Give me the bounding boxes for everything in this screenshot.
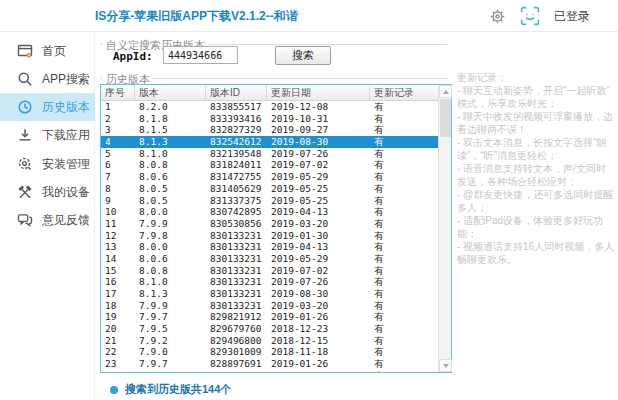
sidebar-item-feedback[interactable]: 意见反馈: [0, 206, 95, 234]
cell: 22: [101, 346, 135, 358]
cell: 2019-08-30: [267, 288, 370, 300]
cell: 2019-03-20: [267, 218, 370, 230]
cell: 8.1.5: [135, 124, 206, 136]
triangle-up-icon: [443, 90, 449, 94]
table-row[interactable]: 98.0.58313373752019-05-25有: [101, 195, 451, 207]
table-row[interactable]: 108.0.08307428952019-04-13有: [101, 206, 451, 218]
table-row[interactable]: 217.9.28294968002018-12-15有: [101, 335, 451, 347]
cell: 2019-07-02: [267, 265, 370, 277]
cell: 8.1.0: [135, 148, 206, 160]
sidebar-item-label: APP搜索: [42, 71, 90, 88]
cell: 4: [101, 136, 135, 148]
cell: 8.1.3: [135, 288, 206, 300]
table-row[interactable]: 138.0.08301332312019-04-13有: [101, 241, 451, 253]
sidebar-item-label: 意见反馈: [42, 212, 90, 229]
column-header-version-id[interactable]: 版本ID: [206, 85, 267, 100]
login-status: 已登录: [554, 8, 590, 25]
table-row[interactable]: 168.1.08301332312019-07-26有: [101, 276, 451, 288]
cell: 831472755: [206, 171, 267, 183]
cell: 18: [101, 300, 135, 312]
cell: 8.1.8: [135, 113, 206, 125]
cell: 832542612: [206, 136, 267, 148]
home-window-icon: [17, 43, 33, 59]
sidebar-item-app-search[interactable]: APP搜索: [0, 65, 95, 93]
cell: 830133231: [206, 253, 267, 265]
table-row[interactable]: 48.1.38325426122019-08-30有: [101, 136, 451, 148]
sidebar: 首页 APP搜索 历史版本 下载应用: [0, 32, 95, 400]
sidebar-item-label: 下载应用: [42, 127, 90, 144]
update-note-line: - 视频通话支持16人同时视频，多人畅聊更欢乐。: [457, 240, 615, 266]
cell: 2019-01-26: [267, 311, 370, 323]
qr-scan-login-icon[interactable]: [520, 6, 540, 26]
table-row[interactable]: 117.9.98305308562019-03-20有: [101, 218, 451, 230]
table-row[interactable]: 28.1.88333934162019-10-31有: [101, 113, 451, 125]
table-row[interactable]: 58.1.08321395482019-07-26有: [101, 148, 451, 160]
cell: 11: [101, 218, 135, 230]
cell: 8.2.0: [135, 101, 206, 113]
appid-label: AppId:: [113, 50, 153, 63]
cell: 830133231: [206, 288, 267, 300]
cell: 828897691: [206, 358, 267, 370]
column-header-index[interactable]: 序号: [101, 85, 135, 100]
sidebar-item-history-versions[interactable]: 历史版本: [0, 93, 95, 121]
table-row[interactable]: 127.9.88301332312019-01-30有: [101, 230, 451, 242]
feedback-icon: [17, 212, 33, 228]
table-row[interactable]: 207.9.58296797602018-12-23有: [101, 323, 451, 335]
cell: 7.9.0: [135, 346, 206, 358]
update-note-line: - 双击文本消息，长按文字选择“朗读”，“听”消息更轻松；: [457, 136, 615, 162]
cell: 9: [101, 195, 135, 207]
cell: 829821912: [206, 311, 267, 323]
scroll-up-button[interactable]: [439, 85, 452, 98]
app-window: IS分享-苹果旧版APP下载V2.1.2--和谐 已: [0, 0, 618, 400]
cell: 7: [101, 171, 135, 183]
table-row[interactable]: 187.9.98301332312019-03-20有: [101, 300, 451, 312]
sidebar-item-download-apps[interactable]: 下载应用: [0, 121, 95, 149]
table-row[interactable]: 197.9.78298219122019-01-26有: [101, 311, 451, 323]
cell: 8.0.5: [135, 195, 206, 207]
table-row[interactable]: 78.0.68314727552019-05-29有: [101, 171, 451, 183]
appid-input[interactable]: [163, 46, 238, 64]
cell: 7.9.9: [135, 218, 206, 230]
table-scrollbar[interactable]: [438, 85, 451, 372]
search-button[interactable]: 搜索: [275, 46, 331, 65]
table-row[interactable]: 158.0.88301332312019-07-02有: [101, 265, 451, 277]
column-header-update-date[interactable]: 更新日期: [267, 85, 370, 100]
download-icon: [17, 127, 33, 143]
settings-gear-icon[interactable]: [488, 7, 506, 25]
app-title: IS分享-苹果旧版APP下载V2.1.2--和谐: [95, 0, 298, 32]
sidebar-item-label: 安装管理: [42, 156, 90, 173]
cell: 8.0.6: [135, 253, 206, 265]
cell: 2019-05-29: [267, 253, 370, 265]
cell: 8.0.0: [135, 206, 206, 218]
status-result-count: 搜索到历史版共144个: [125, 382, 231, 397]
scrollbar-thumb[interactable]: [440, 99, 451, 137]
scroll-down-button[interactable]: [439, 359, 452, 372]
status-dot-icon: [110, 386, 118, 394]
table-row[interactable]: 178.1.38301332312019-08-30有: [101, 288, 451, 300]
table-row[interactable]: 18.2.08338555172019-12-08有: [101, 101, 451, 113]
cell: 831405629: [206, 183, 267, 195]
cell: 20: [101, 323, 135, 335]
table-row[interactable]: 88.0.58314056292019-05-25有: [101, 183, 451, 195]
table-row[interactable]: 247.9.08288076312018-11-08有: [101, 370, 451, 372]
cell: 19: [101, 311, 135, 323]
triangle-down-icon: [443, 364, 449, 368]
table-row[interactable]: 227.9.08293010092018-11-18有: [101, 346, 451, 358]
sidebar-item-home[interactable]: 首页: [0, 37, 95, 65]
cell: 2019-04-13: [267, 206, 370, 218]
cell: 2018-11-18: [267, 346, 370, 358]
cell: 14: [101, 253, 135, 265]
cell: 830133231: [206, 276, 267, 288]
table-row[interactable]: 148.0.68301332312019-05-29有: [101, 253, 451, 265]
table-row[interactable]: 237.9.78288976912019-01-26有: [101, 358, 451, 370]
clock-icon: [17, 99, 33, 115]
update-note-line: - 语音消息支持转文本，声/文同时发送，各种场合轻松应对；: [457, 162, 615, 188]
column-header-version[interactable]: 版本: [135, 85, 206, 100]
sidebar-item-my-devices[interactable]: 我的设备: [0, 178, 95, 206]
cell: 2019-07-26: [267, 148, 370, 160]
table-row[interactable]: 38.1.58328273292019-09-27有: [101, 124, 451, 136]
cell: 828807631: [206, 370, 267, 372]
sidebar-item-install-manage[interactable]: 安装管理: [0, 150, 95, 178]
table-row[interactable]: 68.0.88318240112019-07-02有: [101, 159, 451, 171]
cell: 830530856: [206, 218, 267, 230]
